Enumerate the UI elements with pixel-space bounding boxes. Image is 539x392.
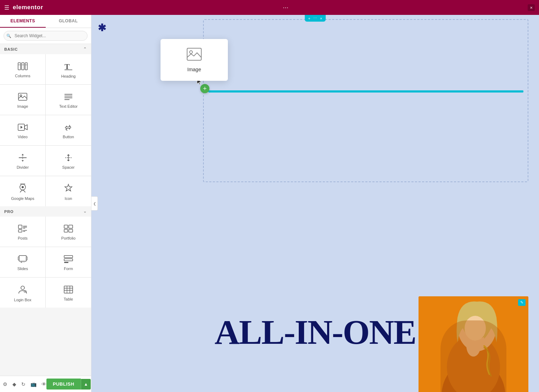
- pencil-icon: ✎: [520, 300, 523, 304]
- svg-rect-41: [26, 257, 27, 260]
- posts-icon: [18, 225, 27, 234]
- widget-button[interactable]: Button: [46, 115, 91, 145]
- top-bar-left: ☰ elementor: [4, 4, 43, 11]
- section-header-pro[interactable]: PRO ⌄: [0, 206, 91, 217]
- section-label-basic: BASIC: [4, 47, 18, 51]
- chevron-up-icon: ⌃: [83, 47, 87, 51]
- svg-point-26: [22, 186, 24, 188]
- portfolio-icon: [64, 225, 73, 234]
- widget-columns-label: Columns: [15, 74, 30, 78]
- svg-rect-36: [69, 225, 73, 228]
- sidebar: ELEMENTS GLOBAL BASIC ⌃: [0, 15, 91, 392]
- widget-form-label: Form: [64, 267, 73, 271]
- widget-image[interactable]: Image: [0, 85, 45, 115]
- floating-image-icon: [186, 47, 202, 63]
- chevron-down-icon: ⌄: [83, 209, 87, 214]
- logo: elementor: [13, 4, 43, 11]
- history-icon[interactable]: ↻: [21, 381, 26, 387]
- widget-login-box-label: Login Box: [14, 298, 32, 302]
- publish-dropdown-button[interactable]: ▲: [81, 379, 91, 390]
- settings-icon[interactable]: ⚙: [3, 381, 7, 387]
- svg-rect-50: [64, 286, 73, 293]
- widget-icon[interactable]: Icon: [46, 176, 91, 206]
- widget-portfolio-label: Portfolio: [61, 236, 75, 240]
- heading-icon: T: [64, 62, 73, 72]
- add-widget-button[interactable]: +: [200, 84, 209, 93]
- tab-elements[interactable]: ELEMENTS: [0, 15, 46, 28]
- widget-spacer[interactable]: Spacer: [46, 146, 91, 176]
- basic-widget-grid: Columns T Heading: [0, 54, 91, 206]
- widget-text-editor-label: Text Editor: [59, 104, 78, 108]
- search-input[interactable]: [4, 31, 88, 41]
- widget-icon-label: Icon: [65, 196, 72, 201]
- widget-button-label: Button: [63, 135, 74, 139]
- svg-point-56: [190, 51, 192, 54]
- widget-text-editor[interactable]: Text Editor: [46, 85, 91, 115]
- svg-marker-22: [67, 154, 70, 156]
- responsive-icon[interactable]: 📺: [30, 381, 37, 387]
- widget-divider-label: Divider: [17, 165, 29, 169]
- svg-marker-16: [21, 126, 23, 129]
- widget-image-label: Image: [17, 104, 28, 108]
- collapse-sidebar-handle[interactable]: ❮: [91, 196, 98, 211]
- svg-point-62: [465, 316, 486, 341]
- widget-posts[interactable]: Posts: [0, 217, 45, 247]
- grid-icon[interactable]: ⋯: [283, 4, 288, 11]
- bottom-toolbar: ⚙ ◆ ↻ 📺 👁 PUBLISH ▲: [0, 376, 91, 392]
- widget-spacer-label: Spacer: [62, 165, 75, 169]
- widget-form[interactable]: Form: [46, 247, 91, 277]
- search-wrapper: [4, 31, 88, 41]
- canvas-grid-icon[interactable]: ⋯: [313, 16, 317, 21]
- svg-point-44: [24, 262, 25, 263]
- widget-slides[interactable]: Slides: [0, 247, 45, 277]
- canvas-close-icon[interactable]: ×: [320, 16, 322, 21]
- publish-button[interactable]: PUBLISH: [46, 379, 81, 390]
- svg-marker-20: [22, 160, 24, 162]
- widget-google-maps[interactable]: Google Maps: [0, 176, 45, 206]
- widget-posts-label: Posts: [18, 236, 28, 240]
- photo-person: [419, 296, 528, 392]
- preview-icon[interactable]: 👁: [41, 381, 46, 387]
- svg-rect-46: [64, 259, 73, 261]
- widget-heading-label: Heading: [61, 74, 76, 78]
- widget-login-box[interactable]: Login Box: [0, 278, 45, 308]
- tab-global[interactable]: GLOBAL: [46, 15, 91, 28]
- svg-text:T: T: [64, 62, 70, 71]
- image-icon: [18, 93, 27, 102]
- svg-marker-19: [22, 154, 24, 155]
- widget-video-label: Video: [18, 135, 28, 139]
- style-icon[interactable]: ◆: [12, 381, 16, 387]
- svg-rect-28: [18, 225, 22, 229]
- svg-rect-32: [18, 230, 22, 232]
- svg-rect-35: [64, 225, 68, 228]
- svg-rect-2: [25, 63, 27, 70]
- floating-image-label: Image: [187, 67, 201, 72]
- search-bar: [0, 28, 91, 44]
- publish-group: PUBLISH ▲: [46, 379, 91, 390]
- canvas-add-icon[interactable]: +: [308, 16, 310, 21]
- spacer-icon: [64, 154, 73, 163]
- widget-divider[interactable]: Divider: [0, 146, 45, 176]
- slides-icon: [18, 255, 28, 264]
- svg-point-59: [447, 335, 500, 392]
- asterisk-mark: ✱: [98, 22, 106, 34]
- photo-edit-button[interactable]: ✎: [518, 299, 526, 306]
- widget-video[interactable]: Video: [0, 115, 45, 145]
- widget-portfolio[interactable]: Portfolio: [46, 217, 91, 247]
- svg-rect-37: [64, 229, 68, 232]
- widget-heading[interactable]: T Heading: [46, 54, 91, 84]
- svg-marker-15: [24, 125, 27, 130]
- svg-marker-23: [67, 160, 70, 161]
- svg-rect-40: [18, 257, 19, 260]
- form-icon: [64, 255, 73, 264]
- bottom-icons: ⚙ ◆ ↻ 📺 👁: [3, 381, 46, 387]
- window-close-icon[interactable]: ×: [528, 4, 535, 11]
- svg-rect-1: [22, 63, 24, 70]
- divider-icon: [18, 154, 27, 163]
- sidebar-tabs: ELEMENTS GLOBAL: [0, 15, 91, 28]
- widget-table[interactable]: Table: [46, 278, 91, 308]
- widget-columns[interactable]: Columns: [0, 54, 45, 84]
- button-icon: [64, 123, 73, 133]
- section-header-basic[interactable]: BASIC ⌃: [0, 44, 91, 54]
- hamburger-icon[interactable]: ☰: [4, 4, 9, 11]
